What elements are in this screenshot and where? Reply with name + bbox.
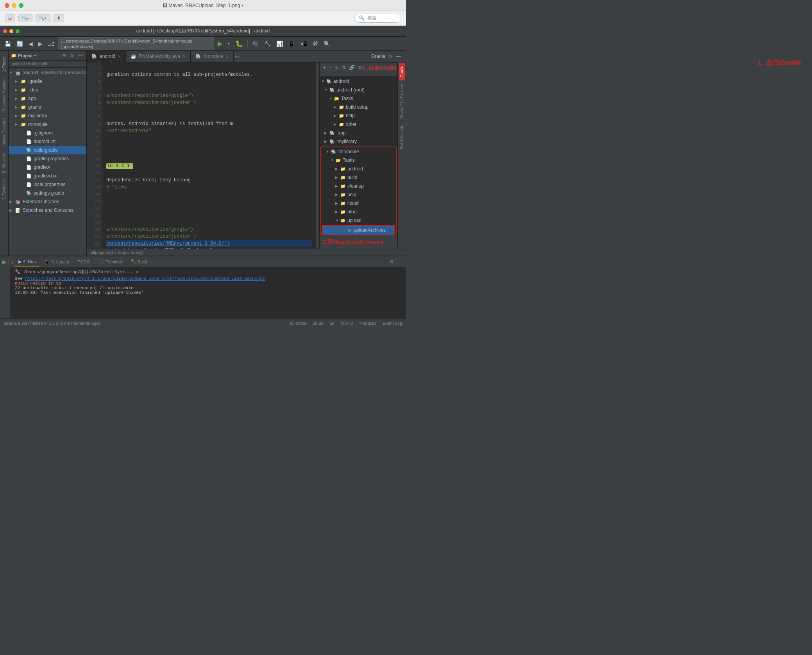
url-link[interactable]: https://docs.gradle.org/3.1.1/userguide/… [25,276,265,281]
sidebar-item-structure[interactable]: Z: Structure [1,150,7,176]
search-box[interactable]: 🔍 搜索 [354,14,401,23]
debug-button[interactable]: 🐛 [233,39,245,48]
tree-item-gradlew-bat[interactable]: 📄 gradlew.bat [9,172,86,180]
run-play-button[interactable]: ▶ [2,259,7,265]
tree-item-external-libraries[interactable]: ▶ 📚 External Libraries [9,197,86,206]
tree-item-local-properties[interactable]: 📄 local.properties [9,180,86,189]
attach-debugger-button[interactable]: 🔌 [250,39,261,48]
minimize-button[interactable] [12,3,16,8]
gradle-item-other-root[interactable]: ▶ 📁 other [320,120,397,129]
more-tabs-indicator[interactable]: ≡7 [235,54,240,59]
gradle-add-button[interactable]: + [322,64,327,71]
gradle-item-mylibrary[interactable]: ▶ 🐘 :mylibrary [320,137,397,146]
tree-item-gradlew[interactable]: 📄 gradlew [9,163,86,172]
forward-button[interactable]: ▶ [36,39,45,48]
tree-item-gitignore[interactable]: 📄 .gitignore [9,129,86,137]
share-button[interactable]: ⬆ [54,14,64,22]
tab-rnmodule[interactable]: 🐘 rnmodule ✕ [191,51,234,62]
tree-item-app[interactable]: ▶ 📁 app [9,94,86,103]
back-button[interactable]: ◀ [27,39,35,48]
scope-button[interactable]: ⊕ [61,52,67,59]
gradle-item-app[interactable]: ▶ 🐘 :app [320,129,397,137]
tab-logcat[interactable]: 📱 6: Logcat [40,256,73,267]
gradle-collapse-button[interactable]: ⇅ [341,64,347,71]
gradle-item-tasks-rnmodule[interactable]: ▼ 📂 Tasks [321,156,396,165]
profile-button[interactable]: 📊 [274,39,285,48]
tree-item-build-gradle[interactable]: 🐘 build.gradle [9,146,86,154]
gradle-item-upload[interactable]: ▼ 📂 upload [321,216,396,225]
gradle-item-cleanup[interactable]: ▶ 📁 cleanup [321,182,396,190]
android-monitor-button[interactable]: 📱 [286,39,297,48]
sidebar-item-project[interactable]: 1: Project [1,52,7,75]
run-scroll-down-button[interactable]: ↓ [11,259,14,265]
gradle-item-tasks-root[interactable]: ▼ 📂 Tasks [320,94,397,103]
run-dropdown-button[interactable]: ▾ [226,40,232,47]
sidebar-item-favorites[interactable]: 2: Favorites [1,176,7,203]
gradle-item-android-root[interactable]: ▼ 🐘 android (root) [320,86,397,94]
editor-scrollbar[interactable] [316,63,319,249]
tab-terminal[interactable]: ⬛ Terminal [95,256,126,267]
tab-rnmainactivity[interactable]: ☕ RNMainActivity.java ✕ [126,51,191,62]
gradle-item-install[interactable]: ▶ 📁 install [321,199,396,208]
maximize-button[interactable] [19,3,23,8]
tree-item-gradle-properties[interactable]: 📄 gradle.properties [9,154,86,163]
gradle-item-build-setup[interactable]: ▶ 📁 build setup [320,103,397,111]
grid-view-button[interactable]: ⊞ [5,14,15,22]
sidebar-item-layout-captures[interactable]: Layout Captures [1,115,7,149]
gear-icon[interactable]: ⚙ [69,52,75,59]
sidebar-item-resource-manager[interactable]: Resource Manager [1,75,7,115]
avd-button[interactable]: 📲 [299,39,309,48]
gradle-tab-button[interactable]: Gradle ⚙ — [367,51,406,62]
right-tab-device-explorer[interactable]: Device File Explorer [399,81,405,122]
code-editor[interactable]: 12345 678910 1112131415 1617181920 21222… [87,63,319,249]
gradle-refresh-button[interactable]: ↻ [334,64,340,71]
tree-item-mylibrary[interactable]: ▶ 📁 mylibrary [9,111,86,120]
right-tab-build-variants[interactable]: Build Variants [399,122,405,152]
tree-item-rnmodule[interactable]: ▶ 📁 rnmodule [9,120,86,129]
close-button[interactable] [5,3,9,8]
gradle-remove-button[interactable]: − [328,64,333,71]
tree-item-android-iml[interactable]: 📄 android.iml [9,137,86,146]
gradle-item-build-tasks[interactable]: ▶ 📁 build [321,173,396,182]
event-log-button[interactable]: Event Log [383,321,402,326]
search-everywhere-button[interactable]: 🔍 [322,39,332,48]
gradle-item-rnmodule[interactable]: ▼ 🐘 :rnmodule [321,147,396,156]
run-scroll-up-button[interactable]: ↑ [7,259,10,265]
code-body[interactable]: guration options common to all sub-proje… [102,63,316,249]
close-tab-icon[interactable]: ✕ [118,54,121,59]
gradle-item-android-tasks[interactable]: ▶ 📁 android [321,165,396,173]
tree-item-idea[interactable]: ▶ 📁 .idea [9,86,86,94]
ide-minimize-button[interactable] [9,29,13,33]
tab-todo[interactable]: TODO [74,256,94,267]
gradle-link-button[interactable]: 🔗 [348,64,356,71]
close-tab-icon[interactable]: ✕ [225,54,229,59]
close-tab-icon[interactable]: ✕ [182,54,186,59]
sync-button[interactable]: 🔄 [14,39,25,48]
gradle-settings-button[interactable]: ⚙ [387,53,393,59]
hide-panel-button[interactable]: — [77,52,84,59]
tab-run[interactable]: ▶ 4: Run [14,256,39,267]
gradle-close-button[interactable]: — [395,53,402,59]
vcs-button[interactable]: ⎇ [46,39,56,48]
gradle-item-upload-archives[interactable]: ⚙ uploadArchives [323,226,394,234]
gradle-item-android[interactable]: ▼ 🐘 android [320,77,397,86]
close-run-tab[interactable]: ✕ [136,269,138,274]
save-button[interactable]: 💾 [2,39,13,48]
gradle-item-help-root[interactable]: ▶ 📁 help [320,111,397,120]
run-button[interactable]: ▶ [216,39,224,48]
bottom-settings-button[interactable]: ⚙ [388,258,395,265]
sdk-manager-button[interactable]: 🛠 [311,39,320,48]
path-selector[interactable]: /Users/gongao/Desktop/项目/RN/CreditSystem… [58,37,214,50]
ide-close-button[interactable] [3,29,7,33]
tree-item-android-root[interactable]: ▼ 🤖 android ~/Desktop/项目/RN/CreditSystem… [9,68,86,77]
tree-item-gradle-dir[interactable]: ▶ 📁 .gradle [9,77,86,86]
tree-item-settings-gradle[interactable]: 🐘 settings.gradle [9,189,86,197]
gradle-item-help-rnmodule[interactable]: ▶ 📁 help [321,190,396,199]
tab-android[interactable]: 🐘 android ✕ [87,51,126,63]
tab-build[interactable]: 🔨 Build [127,256,151,267]
build-button[interactable]: 🔨 [262,39,273,48]
ide-maximize-button[interactable] [16,29,20,33]
tree-item-scratches[interactable]: ▶ 📝 Scratches and Consoles [9,206,86,215]
zoom-out-button[interactable]: 🔍- [18,14,32,22]
gradle-item-other-rnmodule[interactable]: ▶ 📁 other [321,208,396,216]
